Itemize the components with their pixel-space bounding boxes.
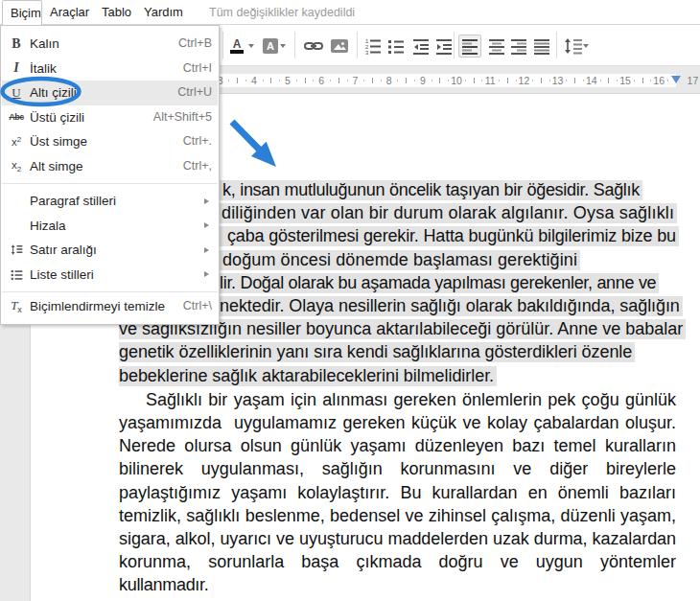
menu-item-bi-imlendirmeyi-temizle[interactable]: TxBiçimlendirmeyi temizleCtrl+\: [2, 294, 218, 319]
align-left-icon-shape-shape[interactable]: [462, 46, 478, 48]
menu-araclar[interactable]: Araçlar: [50, 0, 89, 25]
align-center-icon-shape-shape[interactable]: [489, 46, 504, 48]
numbered-list-icon-shape-shape[interactable]: 3: [365, 50, 369, 56]
justify-icon-shape-shape[interactable]: [534, 39, 549, 41]
increase-indent-icon-shape-shape[interactable]: [443, 48, 452, 50]
highlight-color-icon[interactable]: A: [261, 36, 280, 56]
justify-button[interactable]: [529, 34, 554, 58]
menu-item--st-izili[interactable]: AbcÜstü çiziliAlt+Shift+5: [2, 105, 218, 130]
increase-indent-icon-shape-shape[interactable]: [437, 44, 441, 50]
text-color-icon-shape[interactable]: [230, 50, 244, 54]
align-center-icon-shape-shape[interactable]: [489, 39, 504, 41]
menu-item-liste-stilleri[interactable]: Liste stilleri: [2, 263, 218, 288]
numbered-list-button[interactable]: 1 2 3: [361, 34, 385, 58]
menu-item-i-talik-shape[interactable]: I: [9, 57, 24, 81]
menu-item-alt-simge[interactable]: x2Alt simgeCtrl+,: [2, 154, 218, 179]
menu-tablo[interactable]: Tablo: [102, 0, 131, 25]
align-right-icon-shape-shape[interactable]: [517, 50, 526, 52]
align-left-icon-shape-shape[interactable]: [462, 39, 478, 41]
align-center-icon-shape-shape[interactable]: [492, 43, 502, 45]
line-spacing-icon-shape-shape[interactable]: [565, 50, 571, 54]
align-right-icon-shape[interactable]: [511, 39, 526, 55]
align-right-icon-shape-shape[interactable]: [511, 53, 526, 55]
align-left-icon-shape-shape[interactable]: [462, 43, 472, 45]
menu-item-liste-stilleri-shape[interactable]: [9, 263, 24, 288]
align-left-icon-shape-shape[interactable]: [462, 53, 478, 55]
increase-indent-icon-shape-shape[interactable]: [443, 44, 452, 46]
menu-item--st-simge[interactable]: x2Üst simgeCtrl+.: [2, 129, 218, 154]
insert-image-icon-shape[interactable]: [341, 42, 344, 45]
align-left-icon[interactable]: [461, 37, 478, 55]
increase-indent-icon[interactable]: [434, 36, 454, 56]
line-spacing-icon-shape-shape[interactable]: [567, 41, 569, 51]
menu-item-kal-n-shape[interactable]: B: [9, 32, 24, 57]
menu-item-alt-izili[interactable]: UAltı çiziliCtrl+U: [2, 81, 218, 105]
decrease-indent-icon-shape-shape[interactable]: [413, 39, 429, 41]
numbered-list-icon[interactable]: 1 2 3: [363, 36, 383, 56]
all-changes-saved-status[interactable]: Tüm değişiklikler kaydedildi: [209, 0, 355, 25]
bulleted-list-icon-shape-shape[interactable]: [394, 52, 404, 54]
menu-item-i-talik[interactable]: IİtalikCtrl+I: [2, 57, 218, 81]
align-left-icon-shape[interactable]: [462, 39, 478, 55]
bulleted-list-icon-shape-shape[interactable]: [394, 46, 404, 48]
bulleted-list-icon[interactable]: [386, 36, 406, 56]
menu-item-kal-n[interactable]: BKalınCtrl+B: [2, 32, 218, 57]
line-spacing-icon-shape-shape[interactable]: [573, 48, 582, 50]
align-right-button[interactable]: [506, 34, 531, 58]
increase-indent-icon-shape-shape[interactable]: [436, 53, 452, 55]
numbered-list-icon-shape-shape[interactable]: [370, 52, 381, 54]
insert-link-icon[interactable]: [303, 35, 324, 57]
bulleted-list-icon-shape-shape[interactable]: [394, 41, 404, 43]
right-indent-marker[interactable]: [671, 76, 681, 83]
bulleted-list-button[interactable]: [384, 34, 408, 58]
text-color-dropdown-arrow[interactable]: [248, 44, 254, 48]
decrease-indent-icon-shape[interactable]: [413, 39, 429, 55]
align-center-icon[interactable]: [488, 37, 505, 55]
bulleted-list-icon-shape-shape[interactable]: [388, 46, 391, 49]
line-spacing-dropdown-arrow[interactable]: [583, 44, 589, 48]
insert-link-icon-shape[interactable]: [311, 45, 316, 47]
highlight-color-dropdown-arrow[interactable]: [280, 44, 286, 48]
numbered-list-icon-shape-shape[interactable]: [370, 40, 381, 42]
align-left-icon-shape-shape[interactable]: [462, 50, 472, 52]
text-color-icon[interactable]: A: [227, 36, 246, 56]
insert-link-button[interactable]: [301, 34, 326, 58]
menu-item-alt-simge-shape[interactable]: x2: [9, 154, 24, 179]
align-center-icon-shape-shape[interactable]: [492, 50, 502, 52]
align-right-icon-shape-shape[interactable]: [511, 39, 526, 41]
menu-item-sat-r-aral-[interactable]: Satır aralığı: [2, 238, 218, 263]
insert-image-button[interactable]: [327, 34, 352, 58]
justify-icon-shape[interactable]: [534, 39, 549, 55]
increase-indent-icon-shape[interactable]: [436, 39, 452, 55]
align-center-icon-shape-shape[interactable]: [489, 53, 504, 55]
menu-yardim[interactable]: Yardım: [144, 0, 183, 25]
numbered-list-icon-shape-shape[interactable]: [370, 46, 381, 48]
bulleted-list-icon-shape-shape[interactable]: [388, 40, 391, 43]
justify-icon-shape-shape[interactable]: [534, 43, 549, 45]
align-right-icon-shape-shape[interactable]: [517, 43, 526, 45]
decrease-indent-icon[interactable]: [411, 36, 431, 56]
justify-icon-shape-shape[interactable]: [534, 50, 549, 52]
bulleted-list-icon-shape[interactable]: [388, 40, 404, 54]
menu-item-paragraf-stilleri[interactable]: Paragraf stilleri: [2, 189, 218, 214]
decrease-indent-icon-shape-shape[interactable]: [414, 44, 418, 50]
menu-item--st-simge-shape[interactable]: x2: [9, 129, 24, 154]
menu-item-sat-r-aral--shape[interactable]: [9, 238, 24, 263]
justify-icon-shape-shape[interactable]: [534, 53, 549, 55]
text-color-button[interactable]: A: [224, 34, 249, 58]
decrease-indent-icon-shape-shape[interactable]: [420, 44, 429, 46]
bulleted-list-icon-shape-shape[interactable]: [388, 51, 391, 54]
justify-icon-shape-shape[interactable]: [534, 46, 549, 48]
line-spacing-icon-shape-shape[interactable]: [573, 44, 582, 46]
align-right-icon-shape-shape[interactable]: [511, 46, 526, 48]
menu-item--st-izili-shape[interactable]: Abc: [9, 105, 24, 130]
menu-item-alt-izili-shape[interactable]: U: [9, 81, 24, 105]
line-spacing-icon[interactable]: [564, 36, 583, 56]
increase-indent-icon-shape-shape[interactable]: [436, 39, 452, 41]
align-center-icon-shape[interactable]: [489, 39, 504, 55]
line-spacing-icon-shape-shape[interactable]: [573, 39, 582, 41]
line-spacing-icon-shape-shape[interactable]: [573, 53, 582, 55]
insert-image-icon[interactable]: [330, 36, 349, 56]
menu-item-hizala[interactable]: Hizala: [2, 214, 218, 239]
highlight-color-icon-shape[interactable]: A: [267, 40, 274, 52]
